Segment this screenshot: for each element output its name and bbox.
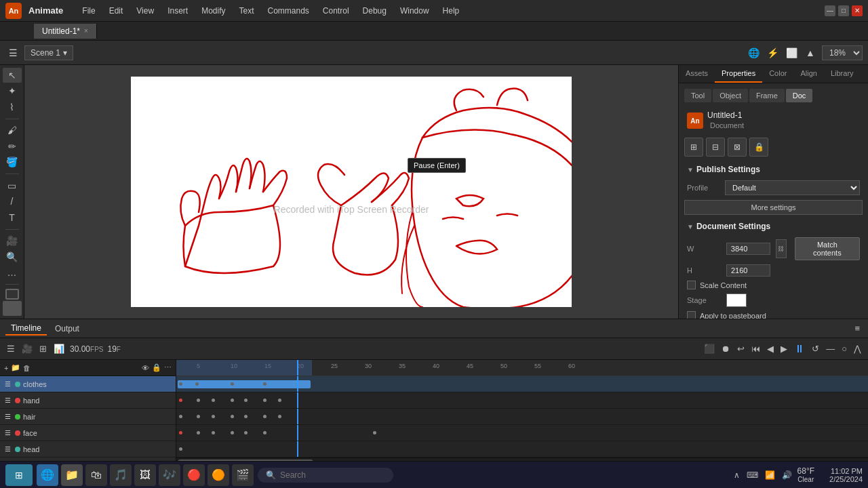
tab-object[interactable]: Object xyxy=(713,89,748,102)
layer-row-hair[interactable]: ☰ hair xyxy=(0,409,176,425)
profile-select[interactable]: Default xyxy=(725,180,860,195)
tab-assets[interactable]: Assets xyxy=(679,65,715,83)
line-tool[interactable]: / xyxy=(3,195,22,209)
loop-icon[interactable]: ↩ xyxy=(736,342,746,355)
selection-tool[interactable]: ↖ xyxy=(3,68,22,83)
subselection-tool[interactable]: ✦ xyxy=(3,84,22,99)
menu-file[interactable]: File xyxy=(77,5,100,17)
more-settings-button[interactable]: More settings xyxy=(684,200,863,215)
layer-row-face[interactable]: ☰ face xyxy=(0,425,176,441)
taskbar-folder-icon[interactable]: 📁 xyxy=(61,464,83,486)
tab-output[interactable]: Output xyxy=(50,323,85,335)
collapse-icon[interactable]: ≡ xyxy=(852,322,863,335)
maximize-button[interactable]: □ xyxy=(838,5,849,16)
menu-edit[interactable]: Edit xyxy=(104,5,129,17)
publish-settings-header[interactable]: ▼ Publish Settings xyxy=(684,161,863,178)
circle-icon[interactable]: ○ xyxy=(840,342,848,355)
pencil-tool[interactable]: ✏ xyxy=(3,139,22,154)
layer-row-hand[interactable]: ☰ hand xyxy=(0,392,176,409)
menu-debug[interactable]: Debug xyxy=(357,5,392,17)
snap-icon-1[interactable]: ⊞ xyxy=(684,138,703,157)
paint-tool[interactable]: 🪣 xyxy=(3,155,22,170)
stop-icon[interactable]: ⬛ xyxy=(703,342,716,355)
taskbar-photos-icon[interactable]: 🖼 xyxy=(134,464,156,486)
chevron-icon[interactable]: ∧ xyxy=(732,469,741,481)
taskbar-media-icon[interactable]: 🎵 xyxy=(110,464,132,486)
record-icon[interactable]: ⏺ xyxy=(720,342,732,355)
easing-icon[interactable]: ⋀ xyxy=(852,342,863,355)
up-icon[interactable]: ▲ xyxy=(803,45,818,60)
search-input[interactable] xyxy=(280,470,361,480)
lasso-tool[interactable]: ⌇ xyxy=(3,100,22,115)
color-swatch-fg[interactable] xyxy=(5,289,19,300)
match-contents-button[interactable]: Match contents xyxy=(795,237,860,260)
taskbar-edge-icon[interactable]: 🌐 xyxy=(37,464,58,486)
rectangle-tool[interactable]: ▭ xyxy=(3,178,22,193)
color-swatch-bg[interactable] xyxy=(3,301,22,316)
playhead[interactable] xyxy=(297,360,298,375)
transform-icon[interactable]: ⬜ xyxy=(784,45,799,60)
lock-icon[interactable]: 🔒 xyxy=(749,138,768,157)
tab-tool[interactable]: Tool xyxy=(684,89,711,102)
menu-window[interactable]: Window xyxy=(395,5,435,17)
taskbar-spotify-icon[interactable]: 🎶 xyxy=(159,464,180,486)
tab-frame[interactable]: Frame xyxy=(749,89,785,102)
tab-align[interactable]: Align xyxy=(793,65,823,83)
snap-icon-3[interactable]: ⊠ xyxy=(728,138,747,157)
layer-row-head[interactable]: ☰ head xyxy=(0,441,176,458)
scene-selector[interactable]: Scene 1 ▾ xyxy=(24,45,73,60)
line-icon[interactable]: — xyxy=(825,342,836,355)
minimize-button[interactable]: — xyxy=(825,5,835,16)
camera-tool[interactable]: 🎥 xyxy=(3,234,22,249)
add-layer-btn[interactable]: + xyxy=(4,364,8,372)
loop-back-icon[interactable]: ↺ xyxy=(810,342,821,355)
close-button[interactable]: ✕ xyxy=(852,5,863,16)
text-tool[interactable]: T xyxy=(3,210,22,225)
layer-row-clothes[interactable]: ☰ clothes xyxy=(0,376,176,392)
link-constraint-icon[interactable]: ⛓ xyxy=(776,239,787,258)
tab-properties[interactable]: Properties xyxy=(715,65,762,83)
globe-icon[interactable]: 🌐 xyxy=(746,45,761,60)
step-back-icon[interactable]: ◀ xyxy=(766,342,775,355)
stage-color-swatch[interactable] xyxy=(726,293,747,307)
menu-commands[interactable]: Commands xyxy=(262,5,315,17)
tab-doc[interactable]: Doc xyxy=(786,89,813,102)
graph-icon[interactable]: 📊 xyxy=(52,342,66,355)
tab-untitled[interactable]: Untitled-1* × xyxy=(34,24,97,39)
layer-more-btn[interactable]: ⋯ xyxy=(164,363,172,372)
menu-text[interactable]: Text xyxy=(233,5,259,17)
rewind-icon[interactable]: ⏮ xyxy=(750,342,762,355)
folder-layer-btn[interactable]: 📁 xyxy=(11,363,20,372)
volume-icon[interactable]: 🔊 xyxy=(781,469,793,481)
new-layer-icon[interactable]: ☰ xyxy=(5,342,16,355)
camera-tl-icon[interactable]: 🎥 xyxy=(20,342,34,355)
apply-pasteboard-checkbox[interactable] xyxy=(687,311,696,319)
timeline-scrollbar[interactable] xyxy=(176,458,868,461)
layer-vis-btn[interactable]: 👁 xyxy=(142,364,149,372)
zoom-tool[interactable]: 🔍 xyxy=(3,249,22,264)
brush-tool[interactable]: 🖌 xyxy=(3,123,22,138)
tab-color[interactable]: Color xyxy=(762,65,793,83)
tab-library[interactable]: Library xyxy=(824,65,861,83)
snap-icon-2[interactable]: ⊟ xyxy=(706,138,725,157)
tab-close-icon[interactable]: × xyxy=(84,27,88,35)
height-input[interactable] xyxy=(726,264,770,277)
more-tools[interactable]: … xyxy=(3,266,22,281)
hamburger-icon[interactable]: ☰ xyxy=(5,45,20,60)
delete-layer-btn[interactable]: 🗑 xyxy=(23,364,31,372)
scrollbar-thumb[interactable] xyxy=(178,460,313,461)
lightning-icon[interactable]: ⚡ xyxy=(765,45,780,60)
menu-modify[interactable]: Modify xyxy=(196,5,231,17)
scale-content-checkbox[interactable] xyxy=(687,281,696,289)
layers-icon[interactable]: ⊞ xyxy=(38,342,48,355)
taskbar-app3-icon[interactable]: 🎬 xyxy=(232,464,254,486)
zoom-selector[interactable]: 18% xyxy=(822,45,863,60)
canvas-area[interactable]: Recorded with iTop Screen Recorder Pause… xyxy=(24,65,678,319)
menu-insert[interactable]: Insert xyxy=(162,5,193,17)
start-button[interactable]: ⊞ xyxy=(5,464,33,486)
taskbar-app2-icon[interactable]: 🟠 xyxy=(208,464,229,486)
width-input[interactable] xyxy=(726,243,770,255)
menu-help[interactable]: Help xyxy=(437,5,465,17)
menu-control[interactable]: Control xyxy=(317,5,355,17)
search-box[interactable]: 🔍 xyxy=(258,468,393,483)
